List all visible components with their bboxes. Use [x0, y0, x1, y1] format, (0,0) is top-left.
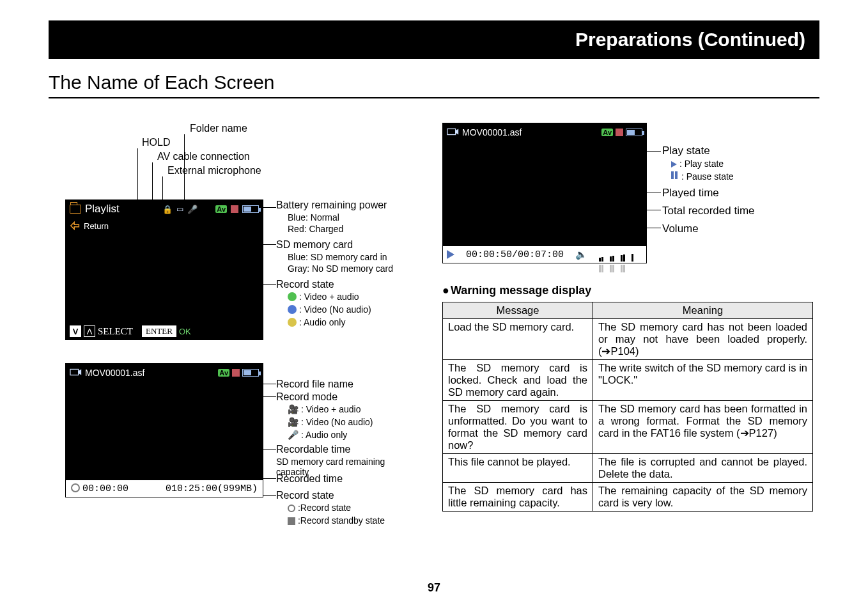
label-play-state-play: : Play state: [671, 159, 724, 169]
rec-dot-icon: [71, 483, 80, 492]
volume-bar[interactable]: [599, 251, 642, 258]
cell-msg: The SD memory card is unformatted. Do yo…: [443, 401, 593, 454]
camera-icon: [70, 367, 82, 379]
label-battery-blue: Blue: Normal: [288, 212, 339, 223]
battery2-icon: [242, 369, 259, 377]
cell-msg: The SD memory card has little remaining …: [443, 483, 593, 512]
table-header-row: Message Meaning: [443, 302, 813, 319]
col-meaning: Meaning: [593, 302, 813, 319]
nav-down-icon[interactable]: V: [70, 325, 81, 337]
recorded-time-value: 00:00:00: [71, 483, 128, 494]
label-hold: HOLD: [142, 137, 170, 148]
label-rs-va: : Video + audio: [288, 292, 359, 302]
label-rm-v: 🎥 : Video (No audio): [288, 417, 373, 427]
play-icon[interactable]: [447, 250, 454, 259]
enter-button[interactable]: ENTER: [142, 325, 176, 337]
play-sd-icon: [616, 129, 623, 136]
label-recorded-time: Recorded time: [276, 473, 343, 485]
nav-up-icon[interactable]: Λ: [84, 325, 95, 337]
label-rm-va: 🎥 : Video + audio: [288, 404, 360, 414]
svg-rect-0: [70, 369, 79, 375]
pause-icon: [671, 171, 679, 179]
cell-mean: The file is corrupted and cannot be play…: [593, 454, 813, 483]
av-badge-icon: Av: [215, 205, 227, 213]
svg-rect-1: [447, 129, 456, 134]
return-row[interactable]: Return: [70, 221, 113, 231]
play-tri-icon: [671, 161, 677, 168]
battery-icon: [242, 205, 259, 213]
screen-record: MOV00001.asf Av 00:00:00 010:25:00(999MB…: [65, 363, 263, 497]
cell-msg: Load the SD memory card.: [443, 319, 593, 360]
col-message: Message: [443, 302, 593, 319]
folder-text: Playlist: [85, 203, 120, 215]
recordable-time-value: 010:25:00(999MB): [166, 483, 258, 494]
play-filename: MOV00001.asf: [462, 127, 522, 137]
label-battery-red: Red: Charged: [288, 224, 343, 234]
folder-icon: [70, 205, 81, 214]
label-rm-a: 🎤 : Audio only: [288, 430, 347, 440]
label-play-state: Play state: [662, 145, 710, 157]
cell-mean: The write switch of the SD memory card i…: [593, 360, 813, 401]
v-dot-icon: [288, 305, 297, 314]
section-header: Preparations (Continued): [49, 20, 819, 59]
mic-icon: 🎤: [187, 205, 198, 214]
battery3-icon: [626, 129, 642, 136]
screen-playlist: Playlist 🔒 ▭ 🎤 Av Return V Λ SELECT: [65, 199, 263, 340]
a-dot-icon: [288, 318, 297, 327]
play-av-icon: Av: [601, 129, 613, 136]
table-row: This file cannot be played. The file is …: [443, 454, 813, 483]
label-sdcard: SD memory card: [276, 239, 353, 251]
cell-mean: The SD memory card has not been loaded o…: [593, 319, 813, 360]
cam-v-icon: 🎥: [288, 417, 298, 427]
speaker-icon: 🔈: [575, 249, 587, 261]
page-title: The Name of Each Screen: [49, 72, 819, 98]
cell-mean: The remaining capacity of the SD memory …: [593, 483, 813, 512]
label-record-state2: Record state: [276, 490, 334, 501]
table-row: The SD memory card has little remaining …: [443, 483, 813, 512]
avout-icon: ▭: [176, 205, 183, 214]
label-total-rec-time: Total recorded time: [662, 205, 755, 217]
screen-play: MOV00001.asf Av 00:00:50/00:07:00 🔈: [442, 123, 647, 263]
record-filename: MOV00001.asf: [85, 368, 144, 378]
label-played-time: Played time: [662, 187, 719, 199]
recstate-icon: [231, 205, 238, 213]
section-header-title: Preparations (Continued): [575, 29, 805, 51]
label-rs2-rec: :Record state: [288, 503, 351, 513]
label-sdcard-gray: Gray: No SD memory card: [288, 263, 393, 274]
label-play-state-pause: : Pause state: [671, 171, 734, 182]
label-record-file-name: Record file name: [276, 379, 353, 390]
table-row: The SD memory card is locked. Check and …: [443, 360, 813, 401]
recmode-icon: Av: [218, 369, 229, 377]
camera2-icon: [447, 127, 460, 139]
cell-msg: The SD memory card is locked. Check and …: [443, 360, 593, 401]
standby-square-icon: [288, 517, 295, 525]
table-row: Load the SD memory card. The SD memory c…: [443, 319, 813, 360]
label-volume: Volume: [662, 223, 699, 235]
label-battery: Battery remaining power: [276, 199, 387, 211]
hold-icon: 🔒: [162, 205, 173, 214]
label-rs-a: : Audio only: [288, 317, 345, 327]
select-label: SELECT: [98, 326, 133, 337]
label-recordable-time: Recordable time: [276, 444, 351, 455]
warning-heading: ●Warning message display: [442, 284, 591, 297]
label-rs2-standby: :Record standby state: [288, 515, 385, 526]
warning-table: Message Meaning Load the SD memory card.…: [442, 302, 813, 512]
label-av-cable: AV cable connection: [157, 151, 250, 162]
table-row: The SD memory card is unformatted. Do yo…: [443, 401, 813, 454]
label-rs-v: : Video (No audio): [288, 304, 371, 315]
label-folder-name: Folder name: [190, 123, 247, 134]
page-number: 97: [0, 581, 868, 595]
rec-outline-icon: [288, 504, 295, 512]
label-sdcard-blue: Blue: SD memory card in: [288, 252, 387, 262]
label-record-mode: Record mode: [276, 391, 337, 403]
play-time-display: 00:00:50/00:07:00: [466, 249, 564, 260]
sdstate-icon: [232, 369, 240, 377]
label-ext-mic: External microphone: [167, 165, 261, 176]
return-label: Return: [84, 221, 109, 231]
bullet-icon: ●: [442, 284, 449, 297]
av-dot-icon: [288, 292, 297, 301]
cell-msg: This file cannot be played.: [443, 454, 593, 483]
ok-label: OK: [179, 327, 191, 336]
cam-va-icon: 🎥: [288, 404, 298, 414]
label-record-state: Record state: [276, 279, 334, 290]
